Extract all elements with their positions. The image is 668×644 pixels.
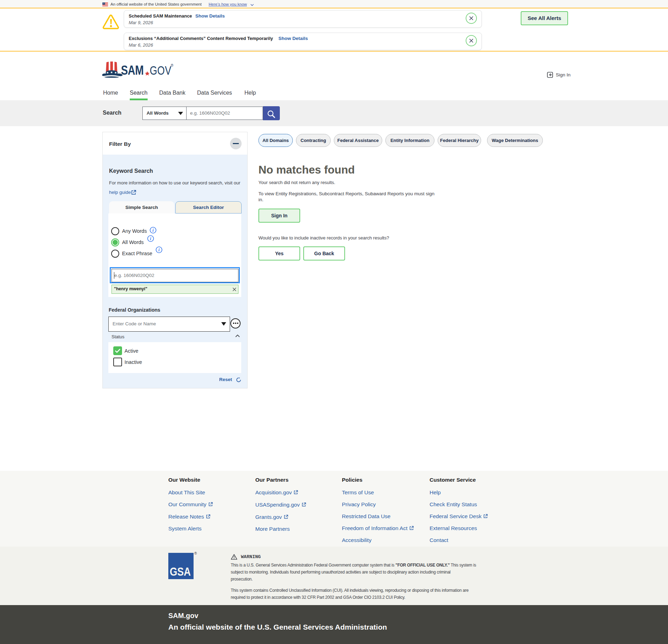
svg-text:i: i: [158, 248, 160, 252]
svg-text:®: ®: [171, 63, 174, 67]
svg-text:GOV: GOV: [150, 64, 171, 77]
svg-text:i: i: [150, 236, 151, 241]
svg-text:i: i: [153, 228, 154, 233]
svg-text:SAM: SAM: [121, 63, 144, 77]
